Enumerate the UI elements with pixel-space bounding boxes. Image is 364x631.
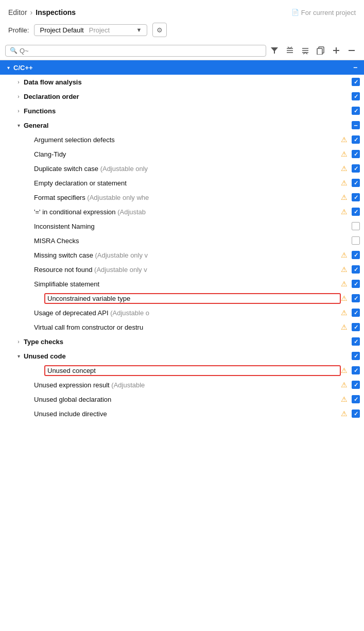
- warning-icon-missing-switch: ⚠: [341, 251, 348, 259]
- argument-selection-checkbox[interactable]: [352, 135, 360, 144]
- expand-all-button[interactable]: [283, 44, 297, 57]
- search-box[interactable]: 🔍: [5, 45, 266, 57]
- equals-conditional-checkbox[interactable]: [352, 208, 360, 216]
- tree-row-unused-global[interactable]: Unused global declaration ⚠: [0, 392, 364, 406]
- profile-label: Profile:: [8, 26, 29, 34]
- warning-icon-duplicate-switch: ⚠: [341, 164, 348, 173]
- search-input[interactable]: [20, 47, 262, 55]
- tree-row-type-checks[interactable]: › Type checks: [0, 334, 364, 349]
- type-checks-label: Type checks: [24, 338, 350, 346]
- data-flow-checkbox[interactable]: [352, 78, 360, 86]
- breadcrumb-separator: ›: [30, 8, 33, 16]
- tree-row-declaration-order[interactable]: › Declaration order: [0, 89, 364, 104]
- tree-row-cpp[interactable]: ▾ C/C++: [0, 60, 364, 75]
- tree-row-inconsistent-naming[interactable]: Inconsistent Naming: [0, 219, 364, 233]
- tree-row-usage-deprecated[interactable]: Usage of deprecated API (Adjustable o ⚠: [0, 305, 364, 320]
- warning-icon-equals-conditional: ⚠: [341, 208, 348, 216]
- unused-global-checkbox[interactable]: [352, 395, 360, 403]
- resource-not-found-label: Resource not found (Adjustable only v: [34, 266, 341, 274]
- clang-tidy-checkbox[interactable]: [352, 150, 360, 158]
- unused-concept-checkbox[interactable]: [352, 366, 360, 374]
- data-flow-label: Data flow analysis: [24, 78, 350, 86]
- duplicate-switch-label: Duplicate switch case (Adjustable only: [34, 165, 341, 173]
- general-checkbox[interactable]: [352, 121, 360, 129]
- collapse-arrow-unused-code: ▾: [14, 352, 23, 360]
- tree-row-empty-declaration[interactable]: Empty declaration or statement ⚠: [0, 176, 364, 190]
- tree-row-resource-not-found[interactable]: Resource not found (Adjustable only v ⚠: [0, 262, 364, 277]
- warning-icon-clang-tidy: ⚠: [341, 150, 348, 158]
- tree-row-simplifiable[interactable]: Simplifiable statement ⚠: [0, 277, 364, 291]
- collapse-all-button[interactable]: [298, 44, 313, 57]
- tree-row-general[interactable]: ▾ General: [0, 118, 364, 132]
- expand-arrow-type-checks: ›: [14, 337, 23, 346]
- empty-declaration-label: Empty declaration or statement: [34, 179, 341, 187]
- doc-icon: 📄: [291, 9, 299, 16]
- tree-row-unused-code[interactable]: ▾ Unused code: [0, 349, 364, 363]
- empty-declaration-checkbox[interactable]: [352, 179, 360, 187]
- declaration-order-checkbox[interactable]: [352, 92, 360, 100]
- warning-icon-unused-concept: ⚠: [341, 366, 348, 374]
- breadcrumb-project: 📄 For current project: [291, 9, 356, 16]
- tree-row-unused-concept[interactable]: Unused concept ⚠: [0, 363, 364, 378]
- unused-include-checkbox[interactable]: [352, 410, 360, 418]
- usage-deprecated-checkbox[interactable]: [352, 309, 360, 317]
- unused-expression-checkbox[interactable]: [352, 381, 360, 389]
- equals-conditional-label: '=' in conditional expression (Adjustab: [34, 208, 341, 216]
- duplicate-switch-checkbox[interactable]: [352, 164, 360, 173]
- missing-switch-checkbox[interactable]: [352, 251, 360, 259]
- breadcrumb: Editor › Inspections 📄 For current proje…: [0, 8, 364, 23]
- tree-row-virtual-call[interactable]: Virtual call from constructor or destru …: [0, 320, 364, 334]
- type-checks-checkbox[interactable]: [352, 337, 360, 346]
- profile-dropdown[interactable]: Project Default Project ▼: [34, 24, 147, 36]
- filter-button[interactable]: [267, 44, 282, 57]
- profile-type: Project: [89, 26, 110, 34]
- unused-include-label: Unused include directive: [34, 410, 341, 418]
- collapse-all-icon: [301, 46, 309, 55]
- unconstrained-variable-checkbox[interactable]: [352, 294, 360, 302]
- tree-row-missing-switch[interactable]: Missing switch case (Adjustable only v ⚠: [0, 248, 364, 262]
- inconsistent-naming-checkbox[interactable]: [352, 222, 360, 230]
- misra-checks-label: MISRA Checks: [34, 237, 350, 245]
- tree-row-functions[interactable]: › Functions: [0, 104, 364, 118]
- usage-deprecated-label: Usage of deprecated API (Adjustable o: [34, 309, 341, 317]
- warning-icon-empty-declaration: ⚠: [341, 179, 348, 187]
- remove-button[interactable]: [344, 44, 359, 57]
- add-button[interactable]: [329, 44, 343, 57]
- expand-arrow-functions: ›: [14, 107, 23, 115]
- expand-arrow-data-flow: ›: [14, 78, 23, 86]
- simplifiable-checkbox[interactable]: [352, 280, 360, 288]
- warning-icon-unused-include: ⚠: [341, 410, 348, 418]
- cpp-checkbox[interactable]: [351, 63, 360, 72]
- functions-label: Functions: [24, 107, 350, 115]
- tree-row-misra-checks[interactable]: MISRA Checks: [0, 233, 364, 248]
- tree-row-unconstrained-variable[interactable]: Unconstrained variable type ⚠: [0, 291, 364, 305]
- gear-button[interactable]: ⚙: [152, 23, 167, 37]
- format-specifiers-checkbox[interactable]: [352, 193, 360, 201]
- general-label: General: [24, 122, 350, 129]
- tree-row-equals-conditional[interactable]: '=' in conditional expression (Adjustab …: [0, 204, 364, 219]
- collapse-arrow-cpp: ▾: [4, 63, 12, 72]
- gear-icon: ⚙: [157, 26, 163, 34]
- unused-code-checkbox[interactable]: [352, 352, 360, 360]
- tree-row-duplicate-switch[interactable]: Duplicate switch case (Adjustable only ⚠: [0, 161, 364, 176]
- tree-row-argument-selection[interactable]: Argument selection defects ⚠: [0, 132, 364, 147]
- profile-name: Project Default: [40, 26, 83, 34]
- unused-expression-label: Unused expression result (Adjustable: [34, 381, 341, 389]
- tree-row-unused-include[interactable]: Unused include directive ⚠: [0, 406, 364, 421]
- misra-checks-checkbox[interactable]: [352, 236, 360, 245]
- copy-button[interactable]: [314, 44, 328, 57]
- missing-switch-label: Missing switch case (Adjustable only v: [34, 251, 341, 259]
- profile-row: Profile: Project Default Project ▼ ⚙: [0, 23, 364, 44]
- tree-row-unused-expression[interactable]: Unused expression result (Adjustable ⚠: [0, 378, 364, 392]
- search-icon: 🔍: [10, 47, 18, 54]
- resource-not-found-checkbox[interactable]: [352, 265, 360, 274]
- functions-checkbox[interactable]: [352, 107, 360, 115]
- cpp-label: C/C++: [13, 64, 349, 72]
- warning-icon-simplifiable: ⚠: [341, 280, 348, 288]
- toolbar-row: 🔍: [0, 44, 364, 60]
- tree-row-format-specifiers[interactable]: Format specifiers (Adjustable only whe ⚠: [0, 190, 364, 204]
- tree-row-data-flow[interactable]: › Data flow analysis: [0, 75, 364, 89]
- tree-row-clang-tidy[interactable]: Clang-Tidy ⚠: [0, 147, 364, 161]
- virtual-call-checkbox[interactable]: [352, 323, 360, 331]
- warning-icon-argument-selection: ⚠: [341, 135, 348, 144]
